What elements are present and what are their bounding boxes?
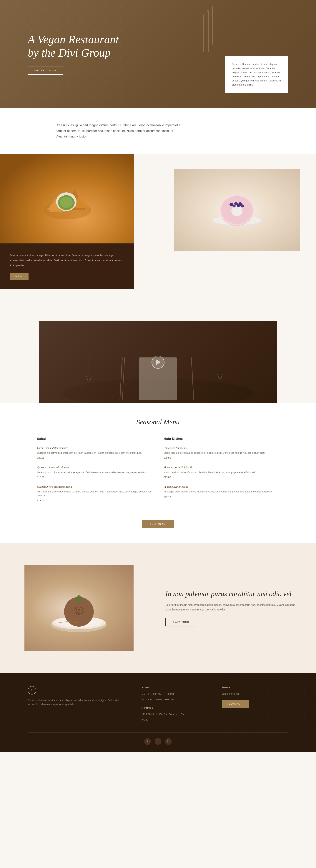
video-section[interactable] (39, 321, 277, 403)
salad-item-3: Curabitur non bibendum ligula Nisi massa… (37, 485, 152, 502)
svg-rect-1 (212, 7, 213, 44)
dish-visual (25, 565, 134, 651)
gallery-description: Vivamus suscipit tortor eget felis portt… (10, 253, 124, 268)
salad-column-title: Salad (37, 437, 152, 440)
main-item-3: In non pulvinar purus Ac feugiat ante. D… (164, 485, 279, 498)
hero-title: A Vegan Restaurant by the Divi Group (28, 33, 130, 59)
main-item-1: Donec sed finibus nisi Lorem ipsum dolor… (164, 446, 279, 459)
svg-point-3 (207, 10, 209, 12)
main-item-1-price: $35.95 (164, 457, 279, 459)
salad-item-2-name: Quisque aliquet velit sit amet (37, 466, 152, 469)
candles-decoration (198, 0, 220, 59)
instagram-icon[interactable]: in (165, 738, 172, 745)
menu-button[interactable]: MENU (10, 273, 29, 280)
svg-point-43 (78, 609, 80, 610)
menu-columns: Salad Lorem ipsum dolor sit amet Quisque… (37, 437, 279, 508)
main-item-2-desc: In non pulvinar purus. Curabitur nisi od… (164, 470, 279, 474)
feature-description: Sed porttitor lectus nibh. Praesent sapi… (166, 603, 301, 612)
footer: D Donec velit neque, auctor sit amet ali… (0, 673, 316, 752)
order-online-button[interactable]: ORDER ONLINE (28, 66, 63, 75)
footer-hours-line-2: Sat - Sun: 4:00 PM - 10:00 PM (142, 697, 207, 702)
feature-section: In non pulvinar purus curabitur nisi odi… (0, 543, 316, 673)
video-bg-svg (39, 321, 277, 403)
hero-text-box: Donec velit neque, auctor sit amet aliqu… (225, 56, 288, 93)
svg-point-14 (60, 197, 73, 208)
svg-point-45 (74, 610, 75, 611)
main-item-1-name: Donec sed finibus nisi (164, 446, 279, 450)
hero-section: A Vegan Restaurant by the Divi Group ORD… (0, 0, 316, 107)
nachos-image (0, 154, 134, 243)
intro-text: Cras ultricies ligula sed magna dictum p… (56, 122, 185, 140)
salad-column: Salad Lorem ipsum dolor sit amet Quisque… (37, 437, 152, 508)
main-dishes-column: Main Dishes Donec sed finibus nisi Lorem… (164, 437, 279, 508)
main-item-2-price: $19.00 (164, 476, 279, 478)
footer-pattern (221, 673, 316, 752)
salad-item-1-desc: Quisque aliquot velit sit amet sem inter… (37, 451, 152, 455)
gallery-text-box: Vivamus suscipit tortor eget felis portt… (0, 243, 134, 289)
full-menu-btn-wrapper: FULL MENU (37, 520, 279, 528)
main-dishes-column-title: Main Dishes (164, 437, 279, 440)
salad-item-1-name: Lorem ipsum dolor sit amet (37, 446, 152, 450)
feature-title: In non pulvinar purus curabitur nisi odi… (166, 590, 301, 598)
salad-item-3-desc: Nisi massa, ultrices vitae ornare sit am… (37, 490, 152, 498)
main-item-2-name: Morbi tortor nibh fringilla (164, 466, 279, 469)
salad-item-3-name: Curabitur non bibendum ligula (37, 485, 152, 488)
svg-point-44 (82, 609, 83, 611)
hero-tagline: Donec velit neque, auctor sit amet aliqu… (232, 62, 282, 87)
svg-point-5 (203, 13, 204, 16)
svg-point-39 (77, 607, 78, 608)
gallery-left: Vivamus suscipit tortor eget felis portt… (0, 154, 158, 321)
feature-image (25, 565, 134, 651)
intro-section: Cras ultricies ligula sed magna dictum p… (0, 107, 316, 154)
svg-rect-28 (139, 358, 177, 400)
main-item-2: Morbi tortor nibh fringilla In non pulvi… (164, 466, 279, 479)
facebook-icon[interactable]: f (144, 738, 151, 745)
main-item-3-price: $18.46 (164, 495, 279, 498)
svg-point-49 (76, 613, 77, 614)
nachos-visual (0, 154, 134, 243)
salad-item-1-price: $25.95 (37, 457, 152, 459)
footer-logo: D (28, 686, 36, 694)
svg-point-41 (83, 608, 84, 609)
svg-point-20 (230, 203, 233, 206)
salad-item-1: Lorem ipsum dolor sit amet Quisque aliqu… (37, 446, 152, 459)
svg-point-47 (79, 611, 80, 612)
main-item-3-name: In non pulvinar purus (164, 485, 279, 488)
seasonal-menu-section: Seasonal Menu Salad Lorem ipsum dolor si… (0, 403, 316, 543)
svg-point-51 (81, 613, 82, 614)
svg-rect-2 (203, 15, 204, 52)
salad-item-2: Quisque aliquet velit sit amet Lorem ips… (37, 466, 152, 479)
feature-text: In non pulvinar purus curabitur nisi odi… (158, 543, 316, 673)
salad-item-3-price: $17.00 (37, 499, 152, 502)
svg-point-52 (84, 612, 85, 613)
donut-image (174, 169, 300, 251)
gallery-section: Vivamus suscipit tortor eget felis portt… (0, 154, 316, 321)
svg-point-4 (212, 6, 213, 9)
video-wrapper (0, 321, 316, 403)
svg-point-46 (76, 611, 78, 613)
svg-point-40 (80, 607, 81, 609)
gallery-right (158, 154, 316, 321)
svg-point-38 (74, 607, 76, 609)
svg-point-42 (76, 609, 77, 611)
hero-content: A Vegan Restaurant by the Divi Group ORD… (0, 33, 130, 75)
svg-point-50 (78, 613, 80, 615)
full-menu-button[interactable]: FULL MENU (142, 520, 174, 528)
svg-rect-0 (208, 11, 209, 52)
donut-visual (174, 169, 300, 251)
salad-item-2-price: $10.00 (37, 476, 152, 478)
svg-point-24 (237, 204, 240, 207)
footer-about-column: D Donec velit neque, auctor sit amet ali… (28, 686, 127, 723)
footer-address-line-2: 94220 (142, 717, 207, 722)
learn-more-button[interactable]: LEARN MORE (166, 618, 196, 626)
svg-point-23 (233, 205, 236, 208)
svg-point-18 (231, 206, 242, 216)
footer-hours-title: Hours (142, 686, 207, 689)
feature-image-wrapper (0, 543, 158, 673)
svg-point-25 (241, 205, 244, 208)
footer-address-title: Address (142, 706, 207, 709)
footer-about-text: Donec velit neque, auctor sit amet aliqu… (28, 698, 127, 706)
salad-item-2-desc: Lorem ipsum dolor sit amet, ultrices ege… (37, 470, 152, 474)
twitter-icon[interactable]: t (155, 738, 161, 745)
footer-address-line-1: 1234 Divi St. #1000, San Francisco, CA (142, 712, 207, 716)
